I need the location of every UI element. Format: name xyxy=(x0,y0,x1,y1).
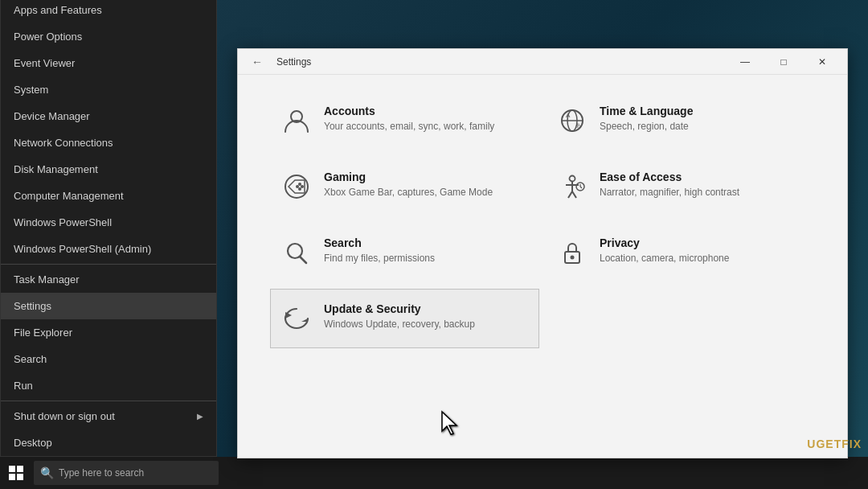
desktop: ← Settings — □ ✕ xyxy=(0,0,868,489)
context-menu-item-powershell-admin[interactable]: Windows PowerShell (Admin) xyxy=(1,236,216,262)
minimize-button[interactable]: — xyxy=(727,49,764,75)
context-menu-item-network-connections[interactable]: Network Connections xyxy=(1,129,216,156)
settings-label: Settings xyxy=(14,300,51,312)
privacy-title: Privacy xyxy=(600,236,729,249)
settings-item-update-security[interactable]: Update & Security Windows Update, recove… xyxy=(270,289,539,348)
watermark: UGETFIX xyxy=(807,438,862,450)
context-menu-item-run[interactable]: Run xyxy=(1,372,216,399)
svg-point-11 xyxy=(570,176,575,182)
settings-titlebar: ← Settings — □ ✕ xyxy=(238,49,847,75)
context-menu-item-device-manager[interactable]: Device Manager xyxy=(1,103,216,129)
settings-item-accounts[interactable]: Accounts Your accounts, email, sync, wor… xyxy=(270,91,539,150)
svg-point-10 xyxy=(296,185,299,188)
gaming-icon xyxy=(280,171,313,203)
search-settings-icon xyxy=(280,236,313,269)
svg-line-15 xyxy=(572,191,576,198)
svg-point-7 xyxy=(298,183,301,186)
search-settings-text: Search Find my files, permissions xyxy=(324,236,435,265)
svg-point-9 xyxy=(298,187,301,191)
time-language-desc: Speech, region, date xyxy=(600,120,693,134)
taskbar-search-placeholder: Type here to search xyxy=(59,467,144,479)
run-label: Run xyxy=(14,380,33,392)
settings-item-ease-access[interactable]: Ease of Access Narrator, magnifier, high… xyxy=(546,157,815,216)
ease-access-title: Ease of Access xyxy=(600,171,739,183)
power-options-label: Power Options xyxy=(14,31,82,43)
accounts-desc: Your accounts, email, sync, work, family xyxy=(324,120,494,134)
event-viewer-label: Event Viewer xyxy=(14,57,75,69)
context-menu-item-disk-management[interactable]: Disk Management xyxy=(1,156,216,183)
time-language-title: Time & Language xyxy=(600,105,693,117)
settings-grid: Accounts Your accounts, email, sync, wor… xyxy=(270,91,815,348)
desktop-label: Desktop xyxy=(14,437,52,449)
settings-body: Accounts Your accounts, email, sync, wor… xyxy=(238,75,847,458)
powershell-label: Windows PowerShell xyxy=(14,216,112,228)
task-manager-label: Task Manager xyxy=(14,273,80,286)
system-label: System xyxy=(14,84,48,96)
svg-text:あ: あ xyxy=(575,122,581,129)
network-connections-label: Network Connections xyxy=(14,137,113,149)
time-language-icon: A あ xyxy=(556,105,588,137)
context-menu-item-shut-down[interactable]: Shut down or sign out ▶ xyxy=(1,403,216,429)
search-settings-desc: Find my files, permissions xyxy=(324,252,435,265)
context-menu-item-apps-features[interactable]: Apps and Features xyxy=(1,0,216,23)
titlebar-controls: — □ ✕ xyxy=(727,49,841,75)
taskbar-search-icon: 🔍 xyxy=(40,466,54,479)
context-menu-item-desktop[interactable]: Desktop xyxy=(1,429,216,456)
update-security-desc: Windows Update, recovery, backup xyxy=(324,318,475,331)
gaming-title: Gaming xyxy=(324,171,493,183)
taskbar: 🔍 Type here to search xyxy=(0,457,868,489)
context-menu-item-settings[interactable]: Settings xyxy=(1,293,216,319)
svg-line-18 xyxy=(580,187,582,188)
apps-features-label: Apps and Features xyxy=(14,4,102,16)
taskbar-search-bar[interactable]: 🔍 Type here to search xyxy=(34,461,219,485)
privacy-desc: Location, camera, microphone xyxy=(600,252,729,265)
computer-management-label: Computer Management xyxy=(14,190,124,202)
divider-1 xyxy=(1,264,216,265)
shut-down-label: Shut down or sign out xyxy=(14,410,115,422)
close-button[interactable]: ✕ xyxy=(804,49,841,75)
context-menu-item-task-manager[interactable]: Task Manager xyxy=(1,266,216,293)
accounts-icon xyxy=(280,105,313,137)
time-language-text: Time & Language Speech, region, date xyxy=(600,105,693,134)
accounts-text: Accounts Your accounts, email, sync, wor… xyxy=(324,105,494,134)
gaming-desc: Xbox Game Bar, captures, Game Mode xyxy=(324,186,493,199)
update-security-icon xyxy=(280,302,313,335)
powershell-admin-label: Windows PowerShell (Admin) xyxy=(14,243,151,255)
ease-access-icon xyxy=(556,171,588,203)
svg-marker-24 xyxy=(301,318,308,322)
search-settings-title: Search xyxy=(324,236,435,249)
privacy-icon xyxy=(556,236,588,269)
svg-line-14 xyxy=(568,191,572,198)
settings-item-privacy[interactable]: Privacy Location, camera, microphone xyxy=(546,223,815,282)
maximize-button[interactable]: □ xyxy=(765,49,802,75)
svg-point-8 xyxy=(301,185,304,188)
divider-2 xyxy=(1,401,216,401)
device-manager-label: Device Manager xyxy=(14,110,90,122)
update-security-text: Update & Security Windows Update, recove… xyxy=(324,302,475,331)
settings-window: ← Settings — □ ✕ xyxy=(237,48,848,458)
context-menu-item-powershell[interactable]: Windows PowerShell xyxy=(1,209,216,236)
settings-title: Settings xyxy=(276,56,727,68)
context-menu-item-computer-management[interactable]: Computer Management xyxy=(1,183,216,209)
context-menu-item-event-viewer[interactable]: Event Viewer xyxy=(1,50,216,76)
accounts-title: Accounts xyxy=(324,105,494,117)
settings-item-gaming[interactable]: Gaming Xbox Game Bar, captures, Game Mod… xyxy=(270,157,539,216)
gaming-text: Gaming Xbox Game Bar, captures, Game Mod… xyxy=(324,171,493,199)
back-button[interactable]: ← xyxy=(244,49,270,75)
windows-logo-icon xyxy=(9,466,23,480)
context-menu-item-system[interactable]: System xyxy=(1,76,216,103)
context-menu-item-search[interactable]: Search xyxy=(1,346,216,372)
update-security-title: Update & Security xyxy=(324,302,475,315)
svg-point-22 xyxy=(571,256,575,260)
ease-access-desc: Narrator, magnifier, high contrast xyxy=(600,186,739,199)
settings-item-time-language[interactable]: A あ Time & Language Speech, region, date xyxy=(546,91,815,150)
context-menu: Apps and Features Power Options Event Vi… xyxy=(0,0,217,457)
context-menu-item-power-options[interactable]: Power Options xyxy=(1,23,216,50)
settings-item-search[interactable]: Search Find my files, permissions xyxy=(270,223,539,282)
disk-management-label: Disk Management xyxy=(14,163,98,175)
start-button[interactable] xyxy=(0,457,32,489)
privacy-text: Privacy Location, camera, microphone xyxy=(600,236,729,265)
ease-access-text: Ease of Access Narrator, magnifier, high… xyxy=(600,171,739,199)
svg-line-20 xyxy=(300,257,306,263)
context-menu-item-file-explorer[interactable]: File Explorer xyxy=(1,319,216,346)
